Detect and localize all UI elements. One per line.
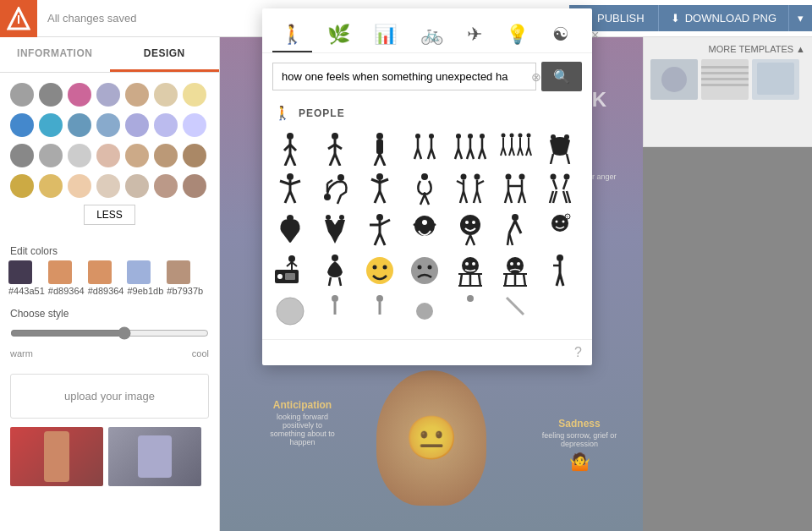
icon-cell[interactable] [540, 251, 579, 290]
icon-cell[interactable] [405, 170, 444, 209]
icon-cell[interactable] [451, 170, 490, 209]
thumbnail-1[interactable] [10, 427, 103, 486]
swatch[interactable] [39, 174, 63, 198]
icon-cell[interactable] [496, 211, 535, 249]
tab-information[interactable]: INFORMATION [0, 37, 110, 72]
icon-cell[interactable] [451, 129, 490, 168]
icon-cell[interactable] [360, 170, 399, 209]
svg-line-69 [290, 191, 295, 203]
color-swatch[interactable] [167, 260, 190, 284]
swatch[interactable] [96, 174, 120, 198]
icon-cell[interactable] [496, 292, 535, 331]
modal-search-button[interactable]: 🔍 [541, 62, 582, 91]
swatch[interactable] [96, 113, 120, 137]
cat-tab-charts[interactable]: 📊 [365, 19, 405, 52]
swatch[interactable] [183, 83, 206, 107]
download-button[interactable]: ⬇ DOWNLOAD PNG [658, 5, 788, 31]
template-thumb[interactable] [701, 59, 749, 100]
color-hex-item[interactable]: #d89364 [48, 260, 85, 296]
cat-tab-people[interactable]: 🚶 [272, 19, 312, 52]
swatch[interactable] [96, 144, 120, 167]
icon-cell[interactable] [451, 251, 490, 290]
cat-tab-nature[interactable]: 🌿 [319, 19, 359, 52]
swatch[interactable] [154, 174, 178, 198]
modal-close-button[interactable]: × [584, 25, 606, 47]
icon-cell[interactable] [496, 251, 535, 290]
icon-cell[interactable] [315, 129, 354, 168]
swatch[interactable] [96, 83, 120, 107]
cat-tab-plane[interactable]: ✈ [458, 19, 491, 52]
icon-cell[interactable]: ? [540, 211, 579, 249]
swatch[interactable] [154, 144, 178, 167]
color-hex-item[interactable]: #9eb1db [127, 260, 163, 296]
swatch[interactable] [10, 113, 34, 137]
more-templates-label[interactable]: MORE TEMPLATES ▲ [650, 44, 805, 54]
swatch[interactable] [183, 113, 206, 137]
icon-cell[interactable] [315, 251, 354, 290]
modal-search-input[interactable] [272, 63, 536, 90]
swatch[interactable] [154, 83, 178, 107]
icon-cell[interactable] [315, 170, 354, 209]
swatch[interactable] [125, 174, 149, 198]
icon-cell[interactable] [496, 170, 535, 209]
style-slider[interactable] [10, 326, 209, 340]
swatch[interactable] [68, 83, 91, 107]
icon-cell[interactable] [360, 292, 399, 331]
swatch[interactable] [39, 144, 63, 167]
icon-cell[interactable] [360, 211, 399, 249]
tab-design[interactable]: DESIGN [110, 37, 220, 72]
icon-cell[interactable] [405, 129, 444, 168]
template-thumb[interactable] [650, 59, 698, 100]
cat-tab-bike[interactable]: 🚲 [412, 19, 452, 52]
icon-cell[interactable] [271, 129, 310, 168]
less-button[interactable]: LESS [84, 205, 135, 225]
icon-cell[interactable] [451, 292, 490, 331]
swatch[interactable] [39, 83, 63, 107]
color-swatch[interactable] [48, 260, 72, 284]
color-hex-item[interactable]: #443a51 [8, 260, 45, 296]
icon-cell[interactable] [271, 211, 310, 249]
color-swatch[interactable] [88, 260, 112, 284]
icon-cell[interactable] [271, 292, 310, 331]
color-swatch[interactable] [127, 260, 151, 284]
swatch[interactable] [68, 174, 91, 198]
swatch[interactable] [125, 83, 149, 107]
swatch[interactable] [125, 144, 149, 167]
icon-cell[interactable] [496, 129, 535, 168]
swatch[interactable] [154, 113, 178, 137]
icon-cell[interactable] [271, 170, 310, 209]
icon-cell[interactable] [315, 211, 354, 249]
swatch[interactable] [183, 174, 206, 198]
upload-image-box[interactable]: upload your image [10, 374, 209, 419]
icon-cell[interactable] [405, 292, 444, 331]
icon-cell[interactable] [405, 211, 444, 249]
icon-cell[interactable] [360, 251, 399, 290]
swatch[interactable] [10, 83, 34, 107]
swatch[interactable] [68, 113, 91, 137]
icon-cell[interactable] [360, 129, 399, 168]
svg-point-176 [332, 295, 338, 302]
cat-tab-yinyang[interactable]: ☯ [544, 19, 578, 52]
swatch[interactable] [125, 113, 149, 137]
color-hex-item[interactable]: #b7937b [167, 260, 203, 296]
icon-cell[interactable] [540, 170, 579, 209]
download-dropdown-button[interactable]: ▾ [788, 5, 812, 31]
icon-cell[interactable] [451, 211, 490, 249]
download-icon: ⬇ [671, 12, 680, 25]
cat-tab-bulb[interactable]: 💡 [497, 19, 537, 52]
color-hex-item[interactable]: #d89364 [88, 260, 124, 296]
icon-cell[interactable] [315, 292, 354, 331]
icon-cell[interactable] [271, 251, 310, 290]
modal-help-icon[interactable]: ? [574, 345, 582, 360]
swatch[interactable] [10, 144, 34, 167]
swatch[interactable] [183, 144, 206, 167]
template-thumb[interactable] [752, 59, 799, 100]
icon-cell[interactable] [405, 251, 444, 290]
color-swatch[interactable] [8, 260, 32, 284]
thumbnail-2[interactable] [108, 427, 201, 486]
swatch[interactable] [39, 113, 63, 137]
search-clear-icon[interactable]: ⊗ [531, 70, 541, 84]
icon-cell[interactable] [540, 129, 579, 168]
swatch[interactable] [10, 174, 34, 198]
swatch[interactable] [68, 144, 91, 167]
